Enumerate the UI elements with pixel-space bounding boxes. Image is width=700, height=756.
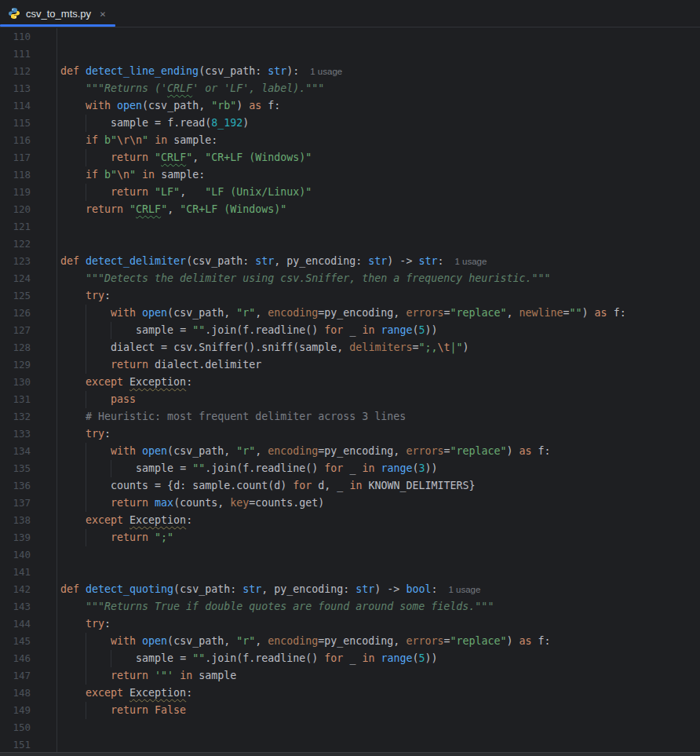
gutter-line-145[interactable]: 145 xyxy=(0,633,57,650)
code-line-146[interactable]: sample = "".join(f.readline() for _ in r… xyxy=(57,650,700,667)
gutter-line-115[interactable]: 115 xyxy=(0,115,57,132)
gutter-line-148[interactable]: 148 xyxy=(0,685,57,702)
code-line-141[interactable] xyxy=(57,564,700,581)
gutter-line-122[interactable]: 122 xyxy=(0,236,57,253)
gutter-line-124[interactable]: 124 xyxy=(0,270,57,287)
gutter-line-114[interactable]: 114 xyxy=(0,97,57,115)
gutter-line-144[interactable]: 144 xyxy=(0,615,57,633)
gutter-line-150[interactable]: 150 xyxy=(0,719,57,736)
code-line-149[interactable]: return False xyxy=(57,702,700,719)
line-number: 116 xyxy=(0,132,31,149)
gutter-line-143[interactable]: 143 xyxy=(0,598,57,615)
gutter-line-120[interactable]: 120 xyxy=(0,201,57,218)
code-line-136[interactable]: counts = {d: sample.count(d) for d, _ in… xyxy=(57,477,700,495)
usage-inlay-hint[interactable]: 1 usage xyxy=(454,257,487,266)
code-editor-area[interactable]: 110111112def detect_line_ending(csv_path… xyxy=(0,27,700,754)
code-line-137[interactable]: return max(counts, key=counts.get) xyxy=(57,495,700,512)
code-line-148[interactable]: except Exception: xyxy=(57,685,700,702)
gutter-line-113[interactable]: 113 xyxy=(0,80,57,97)
code-line-143[interactable]: """Returns True if double quotes are fou… xyxy=(57,598,700,615)
gutter-line-111[interactable]: 111 xyxy=(0,46,57,63)
gutter-line-118[interactable]: 118 xyxy=(0,166,57,184)
gutter-line-140[interactable]: 140 xyxy=(0,546,57,564)
line-number: 112 xyxy=(0,63,31,80)
code-line-118[interactable]: if b"\n" in sample: xyxy=(57,166,700,184)
gutter-line-151[interactable]: 151 xyxy=(0,736,57,754)
code-line-135[interactable]: sample = "".join(f.readline() for _ in r… xyxy=(57,460,700,477)
code-token: ' or 'LF', label).""" xyxy=(192,82,324,94)
code-line-119[interactable]: return "LF", "LF (Unix/Linux)" xyxy=(57,184,700,201)
code-line-126[interactable]: with open(csv_path, "r", encoding=py_enc… xyxy=(57,305,700,322)
gutter-line-127[interactable]: 127 xyxy=(0,322,57,339)
code-line-138[interactable]: except Exception: xyxy=(57,512,700,529)
code-line-120[interactable]: return "CRLF", "CR+LF (Windows)" xyxy=(57,201,700,218)
code-token: : xyxy=(104,428,111,440)
code-line-151[interactable] xyxy=(57,736,700,754)
code-token: ";, xyxy=(418,341,437,353)
gutter-line-110[interactable]: 110 xyxy=(0,28,57,46)
code-line-128[interactable]: dialect = csv.Sniffer().sniff(sample, de… xyxy=(57,339,700,356)
indent-guide xyxy=(86,184,86,201)
line-number: 132 xyxy=(0,408,31,425)
code-line-133[interactable]: try: xyxy=(57,425,700,443)
code-line-125[interactable]: try: xyxy=(57,287,700,305)
code-line-139[interactable]: return ";" xyxy=(57,529,700,546)
code-line-111[interactable] xyxy=(57,46,700,63)
code-line-123[interactable]: def detect_delimiter(csv_path: str, py_e… xyxy=(57,253,700,270)
gutter-line-119[interactable]: 119 xyxy=(0,184,57,201)
tab-csv-to-mts[interactable]: csv_to_mts.py × xyxy=(0,0,115,27)
code-line-140[interactable] xyxy=(57,546,700,564)
code-line-130[interactable]: except Exception: xyxy=(57,374,700,391)
code-line-121[interactable] xyxy=(57,218,700,236)
code-token: try xyxy=(86,290,104,301)
gutter-line-149[interactable]: 149 xyxy=(0,702,57,719)
code-line-144[interactable]: try: xyxy=(57,615,700,633)
gutter-line-141[interactable]: 141 xyxy=(0,564,57,581)
gutter-line-131[interactable]: 131 xyxy=(0,391,57,408)
gutter-line-139[interactable]: 139 xyxy=(0,529,57,546)
gutter-line-117[interactable]: 117 xyxy=(0,149,57,166)
code-line-132[interactable]: # Heuristic: most frequent delimiter acr… xyxy=(57,408,700,425)
code-line-134[interactable]: with open(csv_path, "r", encoding=py_enc… xyxy=(57,443,700,460)
code-line-112[interactable]: def detect_line_ending(csv_path: str):1 … xyxy=(57,63,700,80)
code-line-113[interactable]: """Returns ('CRLF' or 'LF', label).""" xyxy=(57,80,700,97)
code-line-150[interactable] xyxy=(57,719,700,736)
gutter-line-134[interactable]: 134 xyxy=(0,443,57,460)
gutter-line-137[interactable]: 137 xyxy=(0,495,57,512)
usage-inlay-hint[interactable]: 1 usage xyxy=(448,585,480,594)
code-line-115[interactable]: sample = f.read(8_192) xyxy=(57,115,700,132)
gutter-line-147[interactable]: 147 xyxy=(0,667,57,685)
gutter-line-136[interactable]: 136 xyxy=(0,477,57,495)
gutter-line-133[interactable]: 133 xyxy=(0,425,57,443)
code-line-110[interactable] xyxy=(57,28,700,46)
gutter-line-121[interactable]: 121 xyxy=(0,218,57,236)
gutter-line-116[interactable]: 116 xyxy=(0,132,57,149)
code-line-124[interactable]: """Detects the delimiter using csv.Sniff… xyxy=(57,270,700,287)
gutter-line-125[interactable]: 125 xyxy=(0,287,57,305)
gutter-line-132[interactable]: 132 xyxy=(0,408,57,425)
code-token: count xyxy=(236,480,268,491)
code-token: readline xyxy=(255,462,305,474)
gutter-line-142[interactable]: 142 xyxy=(0,581,57,598)
code-line-117[interactable]: return "CRLF", "CR+LF (Windows)" xyxy=(57,149,700,166)
code-line-142[interactable]: def detect_quoting(csv_path: str, py_enc… xyxy=(57,581,700,598)
code-line-131[interactable]: pass xyxy=(57,391,700,408)
close-tab-icon[interactable]: × xyxy=(100,9,106,19)
code-line-147[interactable]: return '"' in sample xyxy=(57,667,700,685)
code-line-129[interactable]: return dialect.delimiter xyxy=(57,356,700,374)
code-line-122[interactable] xyxy=(57,236,700,253)
gutter-line-129[interactable]: 129 xyxy=(0,356,57,374)
gutter-line-128[interactable]: 128 xyxy=(0,339,57,356)
gutter-line-135[interactable]: 135 xyxy=(0,460,57,477)
code-line-145[interactable]: with open(csv_path, "r", encoding=py_enc… xyxy=(57,633,700,650)
gutter-line-126[interactable]: 126 xyxy=(0,305,57,322)
code-line-114[interactable]: with open(csv_path, "rb") as f: xyxy=(57,97,700,115)
code-line-116[interactable]: if b"\r\n" in sample: xyxy=(57,132,700,149)
usage-inlay-hint[interactable]: 1 usage xyxy=(310,67,342,76)
gutter-line-146[interactable]: 146 xyxy=(0,650,57,667)
gutter-line-123[interactable]: 123 xyxy=(0,253,57,270)
gutter-line-138[interactable]: 138 xyxy=(0,512,57,529)
gutter-line-130[interactable]: 130 xyxy=(0,374,57,391)
code-line-127[interactable]: sample = "".join(f.readline() for _ in r… xyxy=(57,322,700,339)
gutter-line-112[interactable]: 112 xyxy=(0,63,57,80)
